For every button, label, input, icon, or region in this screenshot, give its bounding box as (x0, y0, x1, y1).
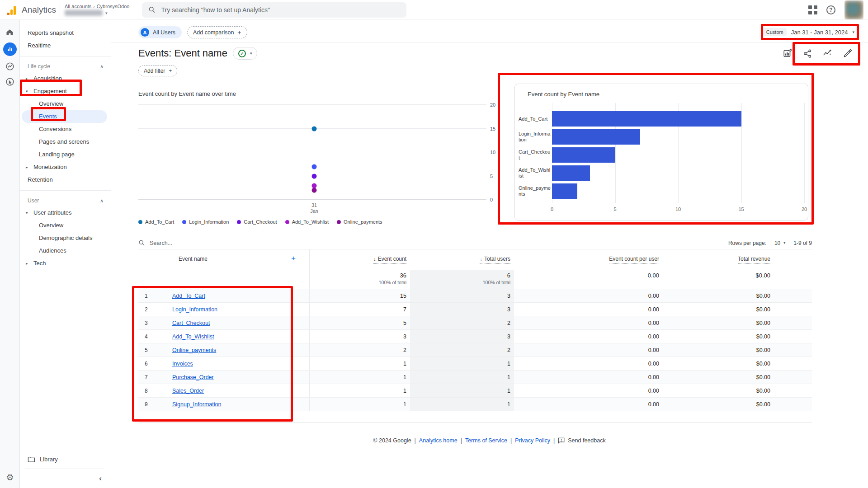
sidebar-item-engagement[interactable]: ▾Engagement (20, 85, 111, 98)
table-row-add-to-cart: 1Add_To_Cart1530.00$0.00 (138, 289, 812, 303)
sidebar-item-landing-page[interactable]: Landing page (20, 148, 111, 161)
row-dimension-cell: 8Sales_Order (138, 384, 310, 397)
sidebar-item-user-attributes[interactable]: ▾User attributes (20, 206, 111, 219)
insights-icon[interactable] (822, 48, 833, 59)
arrow-down-icon: ▾ (26, 206, 28, 219)
cell-event-count: 1 (310, 371, 410, 384)
event-name-link-invoices[interactable]: Invoices (172, 361, 193, 367)
sidebar-item-label: Conversions (39, 126, 71, 132)
advertising-icon[interactable] (5, 77, 15, 87)
event-name-link-add-to-wishlist[interactable]: Add_To_Wishlist (172, 333, 214, 340)
help-icon[interactable]: ? (826, 5, 835, 14)
nav-divider (20, 56, 111, 56)
scatter-legend: Add_To_CartLogin_InformationCart_Checkou… (138, 219, 382, 225)
search-input[interactable] (161, 6, 401, 14)
report-status-badge[interactable]: ✓ ▾ (233, 47, 258, 60)
scatter-point-add-to-cart (312, 126, 317, 131)
nav-section-life-cycle[interactable]: Life cycle∧ (20, 61, 111, 72)
cell-total-users: 1 (410, 398, 514, 411)
home-icon[interactable] (5, 27, 15, 37)
sidebar-item-label: Tech (33, 260, 46, 267)
column-header-event-name[interactable]: Event name + (138, 249, 310, 270)
footer-link-terms[interactable]: Terms of Service (465, 437, 507, 444)
footer-link-privacy[interactable]: Privacy Policy (515, 437, 550, 444)
sidebar-item-label: Pages and screens (39, 138, 89, 145)
column-header-total-revenue[interactable]: Total revenue (663, 249, 812, 270)
header-divider (111, 42, 868, 42)
arrow-right-icon: ▸ (26, 161, 28, 174)
column-header-event-count[interactable]: ↓Event count (310, 249, 410, 270)
add-filter-chip[interactable]: Add filter + (138, 65, 177, 76)
cell-event-count: 7 (310, 303, 410, 316)
cell-event-count: 3 (310, 330, 410, 343)
all-users-chip[interactable]: A All Users (138, 26, 182, 38)
global-search[interactable] (142, 2, 406, 18)
analytics-logo[interactable]: Analytics (0, 5, 60, 15)
send-feedback-button[interactable]: Send feedback (558, 437, 605, 444)
user-avatar[interactable] (844, 0, 863, 19)
cell-total-users: 1 (410, 371, 514, 384)
cell-event-count-per-user: 0.00 (514, 303, 663, 316)
footer-link-analytics-home[interactable]: Analytics home (419, 437, 458, 444)
event-name-link-cart-checkout[interactable]: Cart_Checkout (172, 320, 210, 326)
cell-total-users: 3 (410, 289, 514, 302)
cell-total-revenue: $0.00 (663, 384, 812, 397)
sidebar-item-overview[interactable]: Overview (20, 219, 111, 232)
column-header-event-count-per-user[interactable]: Event count per user (514, 249, 663, 270)
sidebar-item-overview[interactable]: Overview (20, 98, 111, 110)
share-icon[interactable] (802, 48, 813, 59)
legend-item-add-to-cart[interactable]: Add_To_Cart (138, 219, 174, 225)
sidebar-item-conversions[interactable]: Conversions (20, 123, 111, 136)
sidebar-item-retention[interactable]: Retention (20, 174, 111, 186)
cell-total-revenue: $0.00 (663, 330, 812, 343)
bar-login-information (552, 129, 640, 145)
sidebar-item-reports-snapshot[interactable]: Reports snapshot (20, 27, 111, 39)
sidebar-item-library[interactable]: Library (20, 451, 111, 467)
add-comparison-chip[interactable]: Add comparison + (187, 26, 247, 38)
x-tick-label-0: 0 (551, 206, 553, 212)
reports-icon-active[interactable] (3, 42, 17, 56)
table-search-input[interactable] (150, 240, 285, 246)
date-range-selector[interactable]: Custom Jan 31 - Jan 31, 2024 ▾ (763, 28, 854, 36)
sidebar-item-tech[interactable]: ▸Tech (20, 257, 111, 270)
table-row-add-to-wishlist: 4Add_To_Wishlist330.00$0.00 (138, 330, 812, 343)
cell-event-count-per-user: 0.00 (514, 371, 663, 384)
account-switcher[interactable]: ▾ (65, 10, 129, 16)
legend-item-online-payments[interactable]: Online_payments (337, 219, 382, 225)
sidebar-item-acquisition[interactable]: ▸Acquisition (20, 72, 111, 85)
edit-pencil-icon[interactable] (842, 48, 853, 59)
legend-item-add-to-wishlist[interactable]: Add_To_Wishlist (285, 219, 329, 225)
collapse-nav-button[interactable]: ‹ (20, 469, 111, 488)
sidebar-item-demographic-details[interactable]: Demographic details (20, 232, 111, 244)
legend-item-login-information[interactable]: Login_Information (182, 219, 229, 225)
scatter-point-login-information (312, 164, 317, 169)
scatter-point-cart-checkout (312, 174, 317, 178)
event-name-link-sales-order[interactable]: Sales_Order (172, 388, 204, 394)
nav-section-user[interactable]: User∧ (20, 195, 111, 206)
admin-gear-icon[interactable]: ⚙ (0, 472, 20, 483)
event-name-link-signup-information[interactable]: Signup_Information (172, 401, 221, 408)
sidebar-item-monetization[interactable]: ▸Monetization (20, 161, 111, 174)
rows-per-page-select[interactable]: 10 ▾ (774, 240, 785, 246)
event-name-link-login-information[interactable]: Login_Information (172, 306, 217, 313)
event-name-link-purchase-order[interactable]: Purchase_Order (172, 374, 214, 380)
sidebar-item-pages-and-screens[interactable]: Pages and screens (20, 136, 111, 148)
apps-grid-icon[interactable] (808, 5, 817, 14)
explore-icon[interactable] (5, 61, 15, 71)
legend-item-cart-checkout[interactable]: Cart_Checkout (237, 219, 277, 225)
event-name-link-add-to-cart[interactable]: Add_To_Cart (172, 293, 205, 299)
account-breadcrumb[interactable]: All accounts › CybrosysOdoo ▾ (60, 4, 129, 16)
caret-down-icon: ▾ (250, 51, 252, 56)
pagination-status: 1-9 of 9 (793, 240, 812, 246)
add-dimension-icon[interactable]: + (291, 254, 296, 263)
report-toolbar (782, 48, 853, 59)
x-tick-label-15: 15 (738, 206, 744, 212)
column-header-total-users[interactable]: ↓Total users (410, 249, 514, 270)
sidebar-item-audiences[interactable]: Audiences (20, 244, 111, 257)
sidebar-item-realtime[interactable]: Realtime (20, 39, 111, 52)
cell-event-count: 1 (310, 384, 410, 397)
event-name-link-online-payments[interactable]: Online_payments (172, 347, 216, 353)
customize-report-icon[interactable] (782, 48, 793, 59)
sort-down-icon: ↓ (373, 256, 376, 262)
sidebar-item-events[interactable]: Events (22, 110, 107, 123)
